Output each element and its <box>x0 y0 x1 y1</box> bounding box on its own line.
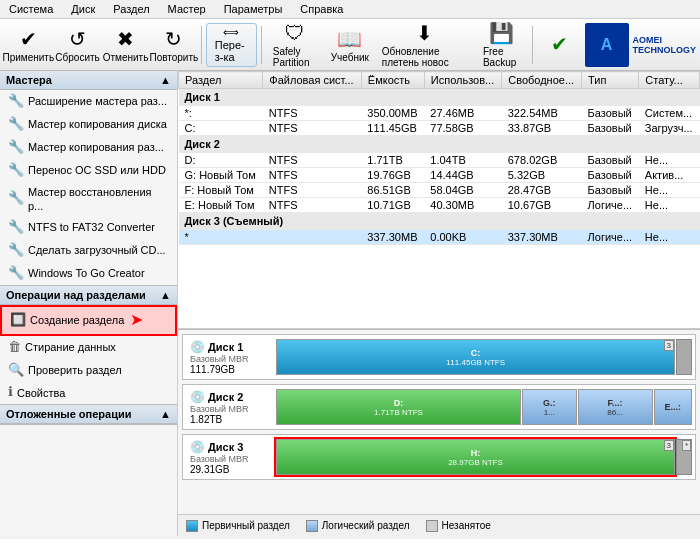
sidebar-item-windows-to-go[interactable]: 🔧 Windows To Go Creator <box>0 262 177 285</box>
update-button[interactable]: ⬇ Обновление плетень новос <box>375 23 474 67</box>
update-icon: ⬇ <box>416 21 433 45</box>
sidebar-item-copy-part[interactable]: 🔧 Мастер копирования раз... <box>0 136 177 159</box>
menu-help[interactable]: Справка <box>297 2 346 16</box>
disk-bar-1-2[interactable]: F...:86... <box>578 389 653 425</box>
menubar: Система Диск Раздел Мастер Параметры Спр… <box>0 0 700 19</box>
col-partition: Раздел <box>179 72 263 89</box>
check-part-icon: 🔍 <box>8 362 24 379</box>
safely-icon: 🛡 <box>285 22 305 45</box>
disk-visuals: 💿Диск 1Базовый MBR111.79GBC:111.45GB NTF… <box>178 329 700 514</box>
legend-unallocated: Незанятое <box>426 520 491 532</box>
masters-header: Мастера ▲ <box>0 71 177 90</box>
disk-bar-num: * <box>682 440 691 451</box>
copy-disk-icon: 🔧 <box>8 116 24 133</box>
disk-bar-2-1[interactable]: * <box>676 439 692 475</box>
col-status: Стату... <box>639 72 700 89</box>
redo-icon: ↻ <box>165 27 182 51</box>
toolbar: ✔ Применить ↺ Сбросить ✖ Отменить ↻ Повт… <box>0 19 700 71</box>
brand-text: AOMEI TECHNOLOGY <box>633 35 697 55</box>
sidebar-item-expand[interactable]: 🔧 Расширение мастера раз... <box>0 90 177 113</box>
col-free: Свободное... <box>502 72 582 89</box>
partitions-table: Раздел Файловая сист... Ёмкость Использо… <box>178 71 700 245</box>
table-row[interactable]: *337.30MB0.00KB337.30MBЛогиче...Не... <box>179 230 700 245</box>
table-row[interactable]: F: Новый ТомNTFS86.51GB58.04GB28.47GBБаз… <box>179 183 700 198</box>
windows-to-go-icon: 🔧 <box>8 265 24 282</box>
resize-icon: ⟺ <box>223 26 239 39</box>
sidebar-item-bootcd[interactable]: 🔧 Сделать загрузочный CD... <box>0 239 177 262</box>
table-row[interactable]: G: Новый ТомNTFS19.76GB14.44GB5.32GBБазо… <box>179 168 700 183</box>
operations-section: Операции над разделами ▲ 🔲 Создание разд… <box>0 286 177 405</box>
disk-visual-name: 💿Диск 2 <box>190 390 272 404</box>
restore-icon: 🔧 <box>8 190 24 207</box>
toolbar-sep-3 <box>532 26 533 64</box>
disk-bar-num: 3 <box>664 340 674 351</box>
brand-logo: A <box>585 23 629 67</box>
brand-area: A AOMEI TECHNOLOGY <box>585 23 697 67</box>
menu-disk[interactable]: Диск <box>68 2 98 16</box>
check-icon: ✔ <box>551 32 568 56</box>
disk-header: Диск 3 (Съемный) <box>179 213 700 230</box>
arrow-indicator: ➤ <box>130 310 143 331</box>
masters-collapse-icon[interactable]: ▲ <box>160 74 171 86</box>
menu-master[interactable]: Мастер <box>165 2 209 16</box>
deferred-collapse-icon[interactable]: ▲ <box>160 408 171 420</box>
legend: Первичный раздел Логический раздел Незан… <box>178 514 700 536</box>
sidebar-item-copy-disk[interactable]: 🔧 Мастер копирования диска <box>0 113 177 136</box>
copy-part-icon: 🔧 <box>8 139 24 156</box>
disk-bar-1-0[interactable]: D:1.71TB NTFS <box>276 389 521 425</box>
disk-visual-name: 💿Диск 1 <box>190 340 272 354</box>
tutorial-button[interactable]: 📖 Учебник <box>327 23 373 67</box>
deferred-section: Отложенные операции ▲ <box>0 405 177 425</box>
sidebar-item-check[interactable]: 🔍 Проверить раздел <box>0 359 177 382</box>
safely-button[interactable]: 🛡 Safely Partition <box>266 23 325 67</box>
tutorial-icon: 📖 <box>337 27 362 51</box>
disk-bar-2-0[interactable]: H:28.97GB NTFS3 <box>276 439 675 475</box>
backup-button[interactable]: 💾 Free Backup <box>476 23 528 67</box>
content-area: Раздел Файловая сист... Ёмкость Использо… <box>178 71 700 536</box>
table-row[interactable]: D:NTFS1.71TB1.04TB678.02GBБазовыйНе... <box>179 153 700 168</box>
menu-partition[interactable]: Раздел <box>110 2 152 16</box>
toolbar-sep-2 <box>261 26 262 64</box>
disk-visual-name: 💿Диск 3 <box>190 440 272 454</box>
sidebar-item-create-partition[interactable]: 🔲 Создание раздела ➤ <box>0 305 177 336</box>
legend-unallocated-box <box>426 520 438 532</box>
disk-bar-1-1[interactable]: G.:1... <box>522 389 577 425</box>
apply-button[interactable]: ✔ Применить <box>4 23 53 67</box>
table-row[interactable]: C:NTFS111.45GB77.58GB33.87GBБазовыйЗагру… <box>179 121 700 136</box>
disk-bar-0-1[interactable] <box>676 339 692 375</box>
table-row[interactable]: *:NTFS350.00MB27.46MB322.54MBБазовыйСист… <box>179 106 700 121</box>
backup-icon: 💾 <box>489 21 514 45</box>
sidebar-item-ntfs-fat32[interactable]: 🔧 NTFS to FAT32 Converter <box>0 216 177 239</box>
masters-section: Мастера ▲ 🔧 Расширение мастера раз... 🔧 … <box>0 71 177 286</box>
col-used: Использов... <box>424 72 501 89</box>
col-capacity: Ёмкость <box>361 72 424 89</box>
sidebar-item-properties[interactable]: ℹ Свойства <box>0 381 177 404</box>
disk-bar-0-0[interactable]: C:111.45GB NTFS3 <box>276 339 675 375</box>
main-layout: Мастера ▲ 🔧 Расширение мастера раз... 🔧 … <box>0 71 700 536</box>
toolbar-sep-1 <box>201 26 202 64</box>
menu-system[interactable]: Система <box>6 2 56 16</box>
col-type: Тип <box>582 72 639 89</box>
disk-visual-1: 💿Диск 2Базовый MBR1.82TBD:1.71TB NTFSG.:… <box>182 384 696 430</box>
resize-button[interactable]: ⟺ Пере-з-ка <box>206 23 257 67</box>
disk-bar-1-3[interactable]: E...: <box>654 389 692 425</box>
sidebar-item-erase[interactable]: 🗑 Стирание данных <box>0 336 177 359</box>
table-row[interactable]: E: Новый ТомNTFS10.71GB40.30MB10.67GBЛог… <box>179 198 700 213</box>
sidebar-item-restore[interactable]: 🔧 Мастер восстановления р... <box>0 182 177 217</box>
partition-table[interactable]: Раздел Файловая сист... Ёмкость Использо… <box>178 71 700 329</box>
cancel-button[interactable]: ✖ Отменить <box>103 23 149 67</box>
reset-button[interactable]: ↺ Сбросить <box>55 23 101 67</box>
disk-icon: 💿 <box>190 340 205 354</box>
operations-collapse-icon[interactable]: ▲ <box>160 289 171 301</box>
sidebar-item-migrate-os[interactable]: 🔧 Перенос ОС SSD или HDD <box>0 159 177 182</box>
menu-params[interactable]: Параметры <box>221 2 286 16</box>
disk-visual-0: 💿Диск 1Базовый MBR111.79GBC:111.45GB NTF… <box>182 334 696 380</box>
deferred-header: Отложенные операции ▲ <box>0 405 177 424</box>
convert-icon: 🔧 <box>8 219 24 236</box>
disk-header: Диск 2 <box>179 136 700 153</box>
redo-button[interactable]: ↻ Повторить <box>151 23 198 67</box>
legend-primary: Первичный раздел <box>186 520 290 532</box>
check-button[interactable]: ✔ <box>537 23 583 67</box>
legend-logical: Логический раздел <box>306 520 410 532</box>
disk-visual-2: 💿Диск 3Базовый MBR29.31GBH:28.97GB NTFS3… <box>182 434 696 480</box>
